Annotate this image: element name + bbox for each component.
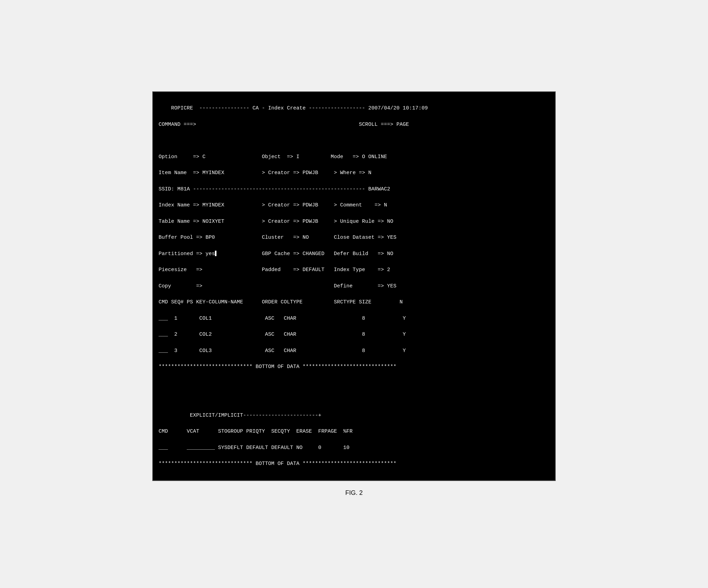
terminal-screen: ROPICRE ---------------- CA - Index Crea… (152, 91, 556, 481)
index-name-line: Index Name => MYINDEX > Creator => PDWJB… (159, 202, 387, 208)
explicit-line: EXPLICIT/IMPLICIT-----------------------… (159, 413, 321, 418)
row2-line: ___ 2 COL2 ASC CHAR 8 Y (159, 332, 406, 337)
page-wrapper: ROPICRE ---------------- CA - Index Crea… (145, 84, 563, 504)
cmd2-row: ___ _________ SYSDEFLT DEFAULT DEFAULT N… (159, 445, 349, 451)
bottom2-line: ****************************** BOTTOM OF… (159, 461, 396, 467)
buffer-pool-line: Buffer Pool => BP0 Cluster => NO Close D… (159, 235, 396, 240)
cmd-header-line: CMD SEQ# PS KEY-COLUMN-NAME ORDER COLTYP… (159, 299, 403, 305)
option-line: Option => C Object => I Mode => O ONLINE (159, 154, 387, 160)
ssid-line: SSID: M81A -----------------------------… (159, 186, 390, 192)
cmd2-header: CMD VCAT STOGROUP PRIQTY SECQTY ERASE FR… (159, 428, 353, 434)
copy-line: Copy => Define => YES (159, 283, 396, 289)
command-line: COMMAND ===> SCROLL ===> PAGE (159, 122, 409, 128)
row1-line: ___ 1 COL1 ASC CHAR 8 Y (159, 316, 406, 321)
item-name-line: Item Name => MYINDEX > Creator => PDWJB … (159, 170, 371, 176)
partitioned-line: Partitioned => yes▌ GBP Cache => CHANGED… (159, 251, 393, 257)
piecesize-line: Piecesize => Padded => DEFAULT Index Typ… (159, 267, 390, 273)
row3-line: ___ 3 COL3 ASC CHAR 8 Y (159, 348, 406, 354)
title-line: ROPICRE ---------------- CA - Index Crea… (171, 105, 428, 111)
figure-caption: FIG. 2 (345, 489, 363, 497)
bottom1-line: ****************************** BOTTOM OF… (159, 364, 396, 370)
table-name-line: Table Name => NOIXYET > Creator => PDWJB… (159, 219, 393, 224)
